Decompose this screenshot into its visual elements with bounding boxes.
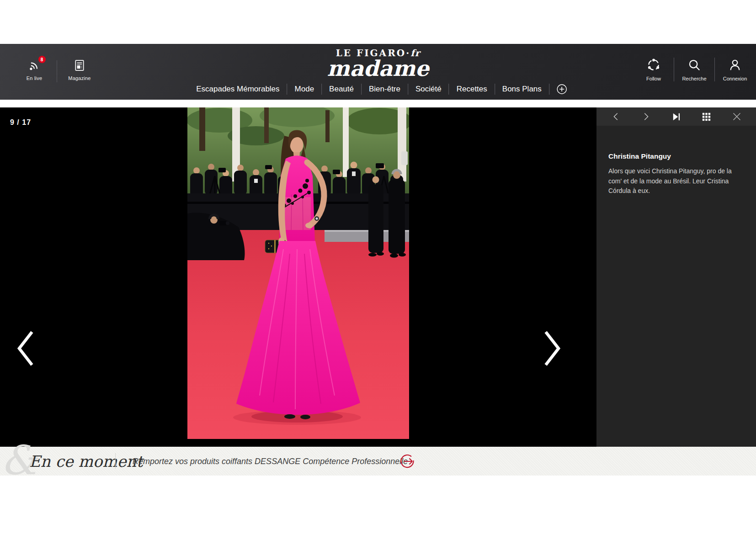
search-label: Recherche: [682, 76, 706, 81]
grid-thumbnails-icon: [701, 112, 712, 122]
search-button[interactable]: Recherche: [674, 58, 714, 81]
magazine-label: Magazine: [68, 75, 91, 81]
user-icon: [728, 58, 742, 73]
promo-arrow-button[interactable]: [399, 453, 416, 470]
live-badge: 8: [38, 56, 46, 63]
logo-madame: madame: [327, 59, 429, 79]
search-icon: [687, 58, 701, 73]
site-header: 8 En live Magazine: [0, 44, 756, 100]
nav-escapades-memorables[interactable]: Escapades Mémorables: [189, 84, 287, 95]
nav-mode[interactable]: Mode: [287, 84, 322, 95]
nav-recettes[interactable]: Recettes: [449, 84, 495, 95]
promo-bar: & En ce moment Remportez vos produits co…: [0, 447, 756, 476]
photo-caption: Christina Pitanguy Alors que voici Chris…: [596, 126, 756, 196]
gallery-toolbar: [596, 107, 756, 126]
nav-societe[interactable]: Société: [408, 84, 449, 95]
close-icon: [731, 111, 742, 122]
caption-body: Alors que voici Christina Pitanguy, pro …: [608, 166, 745, 196]
next-photo-arrow[interactable]: [542, 329, 562, 369]
nav-beaute[interactable]: Beauté: [322, 84, 362, 95]
live-label: En live: [27, 75, 42, 81]
live-icon: 8: [28, 59, 41, 71]
magazine-icon: [74, 59, 85, 71]
page: 8 En live Magazine: [0, 0, 756, 540]
gallery-photo: [187, 107, 409, 439]
promo-divider: [115, 453, 116, 469]
chevron-left-icon: [16, 329, 36, 368]
thumbnails-grid-button[interactable]: [700, 111, 713, 123]
nav-bons-plans[interactable]: Bons Plans: [495, 84, 549, 95]
follow-share-icon: [647, 58, 660, 73]
red-carpet-photo: [187, 107, 409, 439]
logo[interactable]: LE FIGARO·fr madame: [327, 48, 429, 79]
toolbar-prev-button[interactable]: [610, 111, 622, 123]
prev-photo-arrow[interactable]: [16, 329, 36, 369]
arrow-right-circle-icon: [399, 453, 416, 470]
caption-title: Christina Pitanguy: [608, 152, 745, 160]
connexion-button[interactable]: Connexion: [715, 58, 755, 81]
follow-button[interactable]: Follow: [634, 58, 674, 81]
promo-section-title: En ce moment: [29, 452, 143, 470]
header-divider: [57, 60, 57, 82]
photo-gallery: 9 / 17: [0, 107, 756, 447]
chevron-right-icon: [641, 112, 651, 122]
chevron-right-icon: [542, 329, 562, 368]
header-right-group: Follow Recherche: [634, 58, 755, 81]
promo-link[interactable]: Remportez vos produits coiffants DESSANG…: [133, 456, 408, 466]
follow-label: Follow: [646, 76, 661, 81]
chevron-left-icon: [611, 112, 621, 122]
close-gallery-button[interactable]: [730, 110, 743, 123]
header-left-group: 8 En live Magazine: [17, 59, 96, 82]
plus-circle-icon[interactable]: [549, 84, 567, 95]
photo-counter: 9 / 17: [10, 118, 31, 127]
nav-bien-etre[interactable]: Bien-être: [362, 84, 408, 95]
magazine-button[interactable]: Magazine: [63, 59, 96, 81]
connexion-label: Connexion: [723, 76, 747, 81]
caption-panel: Christina Pitanguy Alors que voici Chris…: [596, 107, 756, 447]
main-nav: Escapades Mémorables Mode Beauté Bien-êt…: [189, 84, 567, 95]
gallery-stage: 9 / 17: [0, 107, 596, 447]
toolbar-next-button[interactable]: [640, 111, 652, 123]
slideshow-play-button[interactable]: [670, 111, 682, 123]
live-button[interactable]: 8 En live: [17, 59, 51, 81]
play-slideshow-icon: [671, 112, 681, 122]
